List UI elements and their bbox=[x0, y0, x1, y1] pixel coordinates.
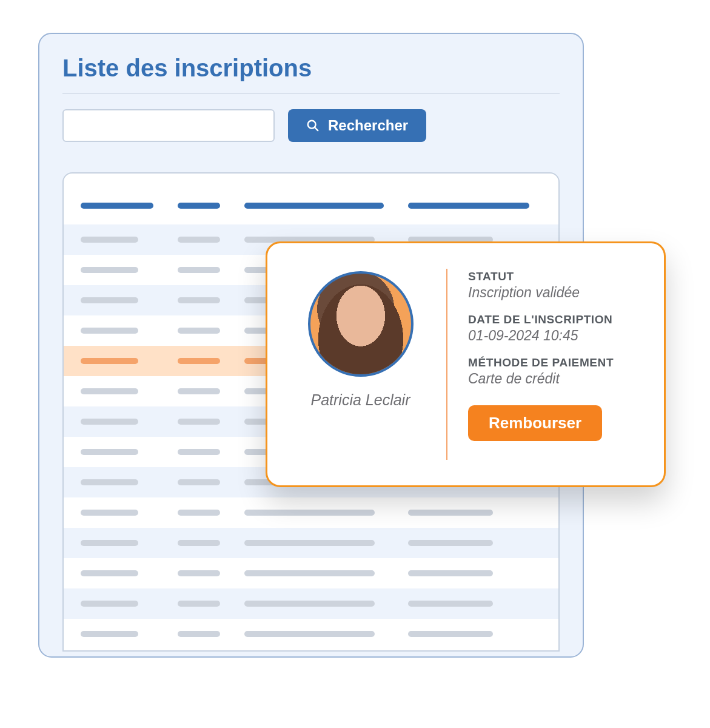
page-title: Liste des inscriptions bbox=[62, 55, 560, 82]
column-header bbox=[408, 203, 529, 209]
table-row[interactable] bbox=[64, 588, 558, 619]
avatar bbox=[308, 271, 414, 377]
search-input[interactable] bbox=[62, 109, 275, 142]
refund-button[interactable]: Rembourser bbox=[468, 405, 602, 441]
detail-info-column: STATUT Inscription validée DATE DE L'INS… bbox=[468, 264, 642, 465]
search-button[interactable]: Rechercher bbox=[288, 109, 426, 142]
detail-profile-column: Patricia Leclair bbox=[289, 264, 432, 465]
registration-detail-card: Patricia Leclair STATUT Inscription vali… bbox=[266, 241, 666, 487]
person-name: Patricia Leclair bbox=[311, 391, 410, 409]
table-header-row bbox=[81, 190, 541, 221]
payment-method-label: MÉTHODE DE PAIEMENT bbox=[468, 356, 642, 369]
status-value: Inscription validée bbox=[468, 285, 642, 301]
table-row[interactable] bbox=[64, 619, 558, 649]
svg-line-1 bbox=[315, 127, 318, 130]
status-label: STATUT bbox=[468, 270, 642, 283]
column-header bbox=[81, 203, 153, 209]
table-row[interactable] bbox=[64, 528, 558, 558]
payment-method-value: Carte de crédit bbox=[468, 371, 642, 387]
search-row: Rechercher bbox=[62, 109, 560, 142]
date-label: DATE DE L'INSCRIPTION bbox=[468, 313, 642, 326]
vertical-divider bbox=[446, 269, 447, 460]
column-header bbox=[178, 203, 220, 209]
date-value: 01-09-2024 10:45 bbox=[468, 328, 642, 344]
search-button-label: Rechercher bbox=[328, 117, 408, 134]
search-icon bbox=[306, 119, 320, 132]
column-header bbox=[244, 203, 384, 209]
title-divider bbox=[62, 93, 560, 93]
table-row[interactable] bbox=[64, 558, 558, 588]
table-row[interactable] bbox=[64, 497, 558, 528]
